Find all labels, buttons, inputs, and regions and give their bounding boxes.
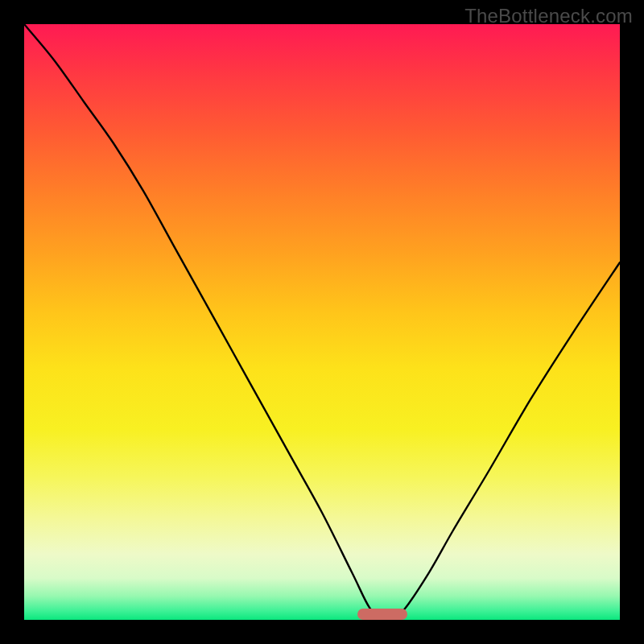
sweet-spot-marker xyxy=(357,609,407,620)
watermark-text: TheBottleneck.com xyxy=(464,5,633,27)
chart-frame: TheBottleneck.com xyxy=(0,0,644,644)
gradient-plot-area xyxy=(24,24,620,620)
